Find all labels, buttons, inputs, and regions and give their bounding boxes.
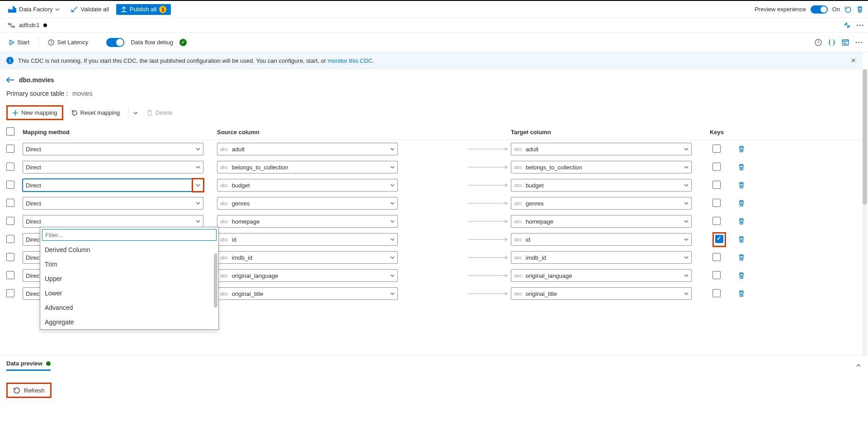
dropdown-scrollbar[interactable] [214,253,217,328]
row-checkbox[interactable] [6,199,14,207]
target-column-dropdown[interactable]: abcgenres [511,197,692,210]
refresh-button[interactable]: Refresh [8,384,50,397]
row-checkbox[interactable] [6,217,14,225]
mapping-method-dropdown[interactable]: Direct [23,161,203,173]
mapping-method-value: Direct [26,290,41,297]
data-preview-label: Data preview [6,360,42,367]
expand-icon[interactable] [855,362,862,369]
close-icon[interactable]: ✕ [851,57,856,64]
refresh-label: Refresh [24,387,45,394]
key-checkbox[interactable] [712,253,721,261]
key-checkbox[interactable] [712,271,721,279]
chevron-down-icon[interactable] [133,110,138,116]
data-preview-tab[interactable]: Data preview [6,360,51,371]
row-checkbox[interactable] [6,145,14,153]
mapping-method-dropdown[interactable]: Direct [23,215,203,228]
delete-row-icon[interactable] [738,182,745,188]
dropdown-option[interactable]: Lower [40,286,218,300]
delete-row-icon[interactable] [738,218,745,225]
discard-icon[interactable] [856,6,863,13]
dropdown-option[interactable]: Aggregate [40,315,218,329]
row-checkbox[interactable] [6,253,14,261]
source-column-dropdown[interactable]: abcoriginal_language [217,269,398,282]
set-latency-label: Set Latency [57,39,88,46]
delete-row-icon[interactable] [738,146,745,152]
refresh-icon[interactable] [844,6,852,13]
source-column-dropdown[interactable]: abcid [217,233,398,246]
key-checkbox[interactable] [715,235,723,243]
validate-all-button[interactable]: Validate all [67,4,113,14]
new-mapping-label: New mapping [21,109,57,116]
svg-text:?: ? [817,40,820,45]
dropdown-filter-input[interactable] [42,229,217,241]
breadcrumb-title: dbo.movies [19,76,54,84]
factory-switcher[interactable]: Data Factory [5,4,63,14]
start-button[interactable]: Start [5,37,33,47]
key-checkbox[interactable] [712,217,721,225]
source-column-value: imdb_id [232,254,253,261]
preview-experience-toggle[interactable] [811,5,828,14]
banner-link[interactable]: monitor this CDC [328,57,373,64]
tab-adfcdc1[interactable]: adfcdc1 [5,22,50,28]
delete-row-icon[interactable] [738,290,745,297]
back-icon[interactable] [6,77,14,83]
debug-toggle[interactable] [106,38,124,47]
delete-row-icon[interactable] [738,272,745,279]
target-column-dropdown[interactable]: abcbelongs_to_collection [511,161,692,173]
select-all-checkbox[interactable] [6,127,14,136]
key-checkbox[interactable] [712,163,721,171]
key-checkbox[interactable] [712,199,721,207]
set-latency-button[interactable]: Set Latency [44,37,92,47]
more-icon[interactable] [856,22,863,29]
row-checkbox[interactable] [6,163,14,171]
delete-row-icon[interactable] [738,254,745,261]
delete-row-icon[interactable] [738,200,745,206]
key-checkbox[interactable] [712,289,721,297]
target-column-dropdown[interactable]: abcbudget [511,179,692,192]
mapping-method-dropdown[interactable]: Direct [23,143,203,155]
row-checkbox[interactable] [6,181,14,189]
target-column-dropdown[interactable]: abcadult [511,143,692,155]
type-icon: abc [220,219,228,224]
col-target: Target column [511,129,710,136]
target-column-dropdown[interactable]: abcoriginal_title [511,287,692,300]
row-checkbox[interactable] [6,289,14,297]
reset-mapping-button[interactable]: Reset mapping [68,108,123,118]
source-column-dropdown[interactable]: abcbelongs_to_collection [217,161,398,173]
mapping-method-dropdown[interactable]: Direct [23,179,203,192]
dropdown-option[interactable]: Upper [40,271,218,286]
help-icon[interactable]: ? [815,39,822,46]
source-column-dropdown[interactable]: abchomepage [217,215,398,228]
new-mapping-button[interactable]: New mapping [9,108,61,118]
key-checkbox[interactable] [712,181,721,189]
json-braces-icon[interactable] [828,39,835,46]
source-column-dropdown[interactable]: abcadult [217,143,398,155]
mapping-method-dropdown[interactable]: Direct [23,197,203,210]
type-icon: abc [220,182,228,188]
code-icon[interactable] [842,39,849,46]
chevron-down-icon [196,147,200,151]
mapping-method-value: Direct [26,272,41,279]
source-column-dropdown[interactable]: abcgenres [217,197,398,210]
method-dropdown-menu[interactable]: Derived ColumnTrimUpperLowerAdvancedAggr… [40,227,219,330]
source-column-dropdown[interactable]: abcimdb_id [217,251,398,264]
publish-all-button[interactable]: Publish all 1 [116,4,171,15]
row-checkbox[interactable] [6,235,14,243]
target-column-dropdown[interactable]: abcid [511,233,692,246]
dropdown-option[interactable]: Advanced [40,300,218,315]
target-column-dropdown[interactable]: abchomepage [511,215,692,228]
target-column-dropdown[interactable]: abcimdb_id [511,251,692,264]
dropdown-option[interactable]: Trim [40,257,218,271]
source-column-dropdown[interactable]: abcbudget [217,179,398,192]
source-column-dropdown[interactable]: abcoriginal_title [217,287,398,300]
arrow-icon [466,201,511,206]
overflow-icon[interactable] [855,39,863,46]
key-checkbox[interactable] [712,145,721,153]
target-column-dropdown[interactable]: abcoriginal_language [511,269,692,282]
row-checkbox[interactable] [6,271,14,279]
source-column-value: budget [232,182,250,189]
delete-row-icon[interactable] [738,164,745,170]
dropdown-option[interactable]: Derived Column [40,243,218,257]
delete-row-icon[interactable] [738,236,745,243]
collapse-icon[interactable] [844,22,851,29]
